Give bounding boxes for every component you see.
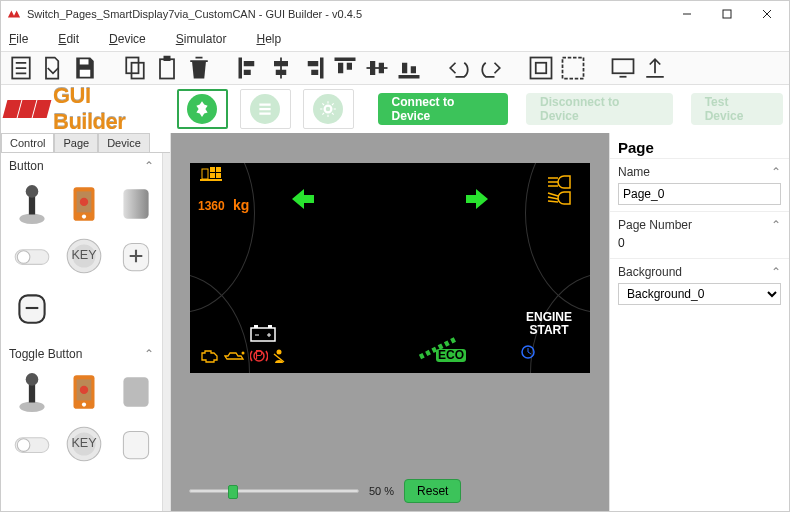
widget-plus-button[interactable] xyxy=(113,233,159,279)
connect-button[interactable]: Connect to Device xyxy=(378,93,508,125)
svg-point-24 xyxy=(325,106,332,113)
close-button[interactable] xyxy=(747,1,787,27)
zoom-percent: 50 % xyxy=(369,485,394,497)
menu-file[interactable]: File xyxy=(5,30,32,48)
svg-rect-19 xyxy=(411,66,416,73)
chevron-up-icon[interactable]: ⌃ xyxy=(771,265,781,279)
svg-point-40 xyxy=(19,401,44,412)
svg-rect-9 xyxy=(244,70,251,75)
svg-rect-16 xyxy=(370,61,375,75)
svg-point-27 xyxy=(26,185,39,198)
mode-design-button[interactable] xyxy=(177,89,228,129)
eco-indicator: ECO xyxy=(416,335,470,366)
svg-rect-7 xyxy=(164,56,171,61)
screen-icon[interactable] xyxy=(609,54,637,82)
parking-brake-icon: P xyxy=(250,348,268,367)
new-icon[interactable] xyxy=(7,54,35,82)
delete-icon[interactable] xyxy=(185,54,213,82)
maximize-button[interactable] xyxy=(707,1,747,27)
svg-point-49 xyxy=(17,439,30,452)
canvas-area[interactable]: 1360 kg ENGINESTART ECO P xyxy=(171,133,609,511)
turn-left-icon xyxy=(290,187,318,214)
turn-right-icon xyxy=(462,187,490,214)
engine-start-label: ENGINESTART xyxy=(526,311,572,337)
svg-point-34 xyxy=(17,251,30,264)
align-bottom-icon[interactable] xyxy=(395,54,423,82)
paste-icon[interactable] xyxy=(153,54,181,82)
widget-gray-button-2[interactable] xyxy=(113,369,159,415)
widget-pill-switch-2[interactable] xyxy=(9,421,55,467)
svg-rect-57 xyxy=(216,167,221,172)
section-toggle-header[interactable]: Toggle Button⌃ xyxy=(1,341,162,365)
widget-key-button[interactable]: KEY xyxy=(61,233,107,279)
align-center-h-icon[interactable] xyxy=(267,54,295,82)
tab-page[interactable]: Page xyxy=(54,133,98,152)
svg-text:KEY: KEY xyxy=(71,436,97,450)
window-title: Switch_Pages_SmartDisplay7via_CustomCAN … xyxy=(27,8,667,20)
svg-rect-60 xyxy=(251,328,275,341)
open-icon[interactable] xyxy=(39,54,67,82)
svg-rect-8 xyxy=(244,61,255,66)
upload-icon[interactable] xyxy=(641,54,669,82)
widget-joystick-2[interactable] xyxy=(9,369,55,415)
svg-rect-56 xyxy=(210,167,215,172)
copy-icon[interactable] xyxy=(121,54,149,82)
widget-phone-button-2[interactable] xyxy=(61,369,107,415)
widget-phone-button[interactable] xyxy=(61,181,107,227)
save-icon[interactable] xyxy=(71,54,99,82)
device-preview[interactable]: 1360 kg ENGINESTART ECO P xyxy=(190,163,590,373)
zoom-fit-icon[interactable] xyxy=(527,54,555,82)
widget-minus-button[interactable] xyxy=(9,285,55,331)
prop-name-label: Name xyxy=(618,165,650,179)
widget-joystick[interactable] xyxy=(9,181,55,227)
widget-square-button[interactable] xyxy=(113,421,159,467)
chevron-up-icon[interactable]: ⌃ xyxy=(771,218,781,232)
app-icon xyxy=(7,7,21,21)
svg-rect-17 xyxy=(379,63,384,74)
menu-device[interactable]: Device xyxy=(105,30,150,48)
tab-device[interactable]: Device xyxy=(98,133,150,152)
svg-point-30 xyxy=(82,215,86,219)
oil-warn-icon xyxy=(224,350,246,365)
svg-rect-18 xyxy=(402,63,407,74)
svg-rect-0 xyxy=(723,10,731,18)
zoom-slider[interactable] xyxy=(189,489,359,493)
align-top-icon[interactable] xyxy=(331,54,359,82)
svg-text:P: P xyxy=(255,348,263,362)
redo-icon[interactable] xyxy=(477,54,505,82)
prop-number-label: Page Number xyxy=(618,218,692,232)
menu-simulator[interactable]: Simulator xyxy=(172,30,231,48)
widget-pill-switch[interactable] xyxy=(9,233,55,279)
svg-point-25 xyxy=(19,213,44,224)
props-title: Page xyxy=(610,133,789,158)
clock-icon xyxy=(520,344,536,363)
align-right-icon[interactable] xyxy=(299,54,327,82)
prop-bg-select[interactable]: Background_0 xyxy=(618,283,781,305)
reset-zoom-button[interactable]: Reset xyxy=(404,479,461,503)
widget-gray-button[interactable] xyxy=(113,181,159,227)
select-area-icon[interactable] xyxy=(559,54,587,82)
palette-scrollbar[interactable] xyxy=(162,153,170,511)
align-center-v-icon[interactable] xyxy=(363,54,391,82)
mode-settings-button[interactable] xyxy=(303,89,354,129)
svg-rect-61 xyxy=(254,325,258,328)
widget-key-button-2[interactable]: KEY xyxy=(61,421,107,467)
minimize-button[interactable] xyxy=(667,1,707,27)
tab-control[interactable]: Control xyxy=(1,133,54,152)
engine-warn-icon xyxy=(200,349,220,366)
menu-help[interactable]: Help xyxy=(252,30,285,48)
load-icon xyxy=(200,167,222,186)
undo-icon[interactable] xyxy=(445,54,473,82)
prop-name-input[interactable] xyxy=(618,183,781,205)
disconnect-button: Disconnect to Device xyxy=(526,93,673,125)
svg-point-45 xyxy=(82,403,86,407)
section-button-header[interactable]: Button⌃ xyxy=(1,153,162,177)
svg-point-46 xyxy=(80,386,88,394)
menu-edit[interactable]: Edit xyxy=(54,30,83,48)
align-left-icon[interactable] xyxy=(235,54,263,82)
svg-point-66 xyxy=(242,352,245,355)
mode-list-button[interactable] xyxy=(240,89,291,129)
weight-readout: 1360 kg xyxy=(198,185,249,215)
svg-rect-14 xyxy=(338,63,343,74)
chevron-up-icon[interactable]: ⌃ xyxy=(771,165,781,179)
